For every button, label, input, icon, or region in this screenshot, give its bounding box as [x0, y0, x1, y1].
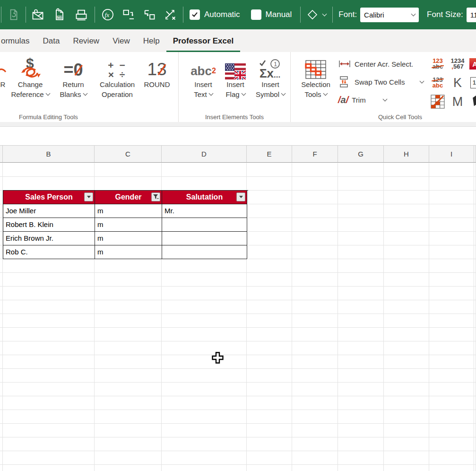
grid-cell[interactable]: [95, 451, 162, 465]
round-button[interactable]: 13 ROUND: [141, 52, 173, 99]
grid-cell[interactable]: [3, 163, 95, 177]
grid-cell[interactable]: [292, 396, 338, 410]
millions-m-icon[interactable]: M: [449, 93, 467, 111]
automatic-checkbox-group[interactable]: Automatic: [190, 9, 240, 20]
grid-cell[interactable]: [474, 218, 476, 232]
grid-cell[interactable]: [429, 232, 474, 245]
grid-cell[interactable]: [338, 218, 384, 232]
grid-cell[interactable]: [474, 424, 476, 437]
grid-cell[interactable]: [292, 300, 338, 314]
grid-cell[interactable]: [429, 369, 474, 383]
grid-cell[interactable]: [95, 383, 162, 396]
grid-cell[interactable]: [338, 424, 384, 437]
grid-cell[interactable]: [292, 328, 338, 341]
tab-help[interactable]: Help: [137, 36, 166, 52]
table-cell[interactable]: [162, 218, 247, 232]
grid-cell[interactable]: [95, 341, 162, 355]
grid-cell[interactable]: [292, 259, 338, 273]
grid-cell[interactable]: [162, 355, 247, 369]
grid-cell[interactable]: [474, 245, 476, 259]
column-header-E[interactable]: E: [247, 146, 292, 162]
grid-cell[interactable]: [247, 451, 292, 465]
column-header-D[interactable]: D: [162, 146, 247, 162]
grid-cell[interactable]: [338, 410, 384, 424]
grid-cell[interactable]: [247, 396, 292, 410]
formula-fx-icon[interactable]: fx: [101, 8, 115, 22]
table-cell[interactable]: Erich Brown Jr.: [3, 232, 95, 245]
grid-cell[interactable]: [162, 163, 247, 177]
grid-cell[interactable]: [162, 451, 247, 465]
center-across-selection-button[interactable]: Center Acr. Select.: [338, 55, 424, 73]
tab-review[interactable]: Review: [66, 36, 106, 52]
grid-cell[interactable]: [474, 410, 476, 424]
grid-cell[interactable]: [429, 410, 474, 424]
grid-cell[interactable]: [338, 465, 384, 471]
grid-cell[interactable]: [384, 410, 429, 424]
grid-cell[interactable]: [338, 314, 384, 328]
grid-cell[interactable]: [162, 410, 247, 424]
grid-cell[interactable]: [474, 204, 476, 218]
grid-cell[interactable]: [429, 437, 474, 451]
grid-cell[interactable]: [429, 259, 474, 273]
grid-cell[interactable]: [292, 465, 338, 471]
grid-cell[interactable]: [338, 177, 384, 191]
grid-cell[interactable]: [162, 369, 247, 383]
grid-cell[interactable]: [474, 451, 476, 465]
grid-cell[interactable]: [429, 204, 474, 218]
grid-cell[interactable]: [162, 300, 247, 314]
grid-cell[interactable]: [95, 259, 162, 273]
grid-cell[interactable]: [338, 245, 384, 259]
grid-cell[interactable]: [474, 191, 476, 204]
grid-cell[interactable]: [429, 396, 474, 410]
grid-cell[interactable]: [162, 177, 247, 191]
grid-cell[interactable]: [162, 383, 247, 396]
grid-cell[interactable]: [292, 451, 338, 465]
manual-checkbox-group[interactable]: Manual: [251, 9, 292, 20]
grid-cell[interactable]: [3, 341, 95, 355]
grid-cell[interactable]: [95, 465, 162, 471]
grid-cell[interactable]: [429, 341, 474, 355]
grid-cell[interactable]: [429, 314, 474, 328]
grid-cell[interactable]: [247, 437, 292, 451]
header-sales-person[interactable]: Sales Person: [3, 191, 95, 204]
tab-formulas[interactable]: ormulas: [0, 36, 36, 52]
font-select[interactable]: Calibri: [360, 8, 419, 22]
grid-cell[interactable]: [95, 410, 162, 424]
table-cell[interactable]: Rob C.: [3, 245, 95, 259]
grid-cell[interactable]: [429, 245, 474, 259]
filter-active-button[interactable]: [151, 192, 160, 201]
grid-cell[interactable]: [338, 204, 384, 218]
tab-view[interactable]: View: [106, 36, 137, 52]
tab-data[interactable]: Data: [36, 36, 66, 52]
grid-cell[interactable]: [95, 273, 162, 287]
grid-cell[interactable]: [338, 259, 384, 273]
grid-cell[interactable]: [474, 300, 476, 314]
grid-cell[interactable]: [247, 300, 292, 314]
grid-cell[interactable]: [474, 163, 476, 177]
grid-cell[interactable]: [292, 355, 338, 369]
grid-cell[interactable]: [247, 410, 292, 424]
grid-cell[interactable]: [95, 424, 162, 437]
grid-cell[interactable]: [162, 314, 247, 328]
filter-dropdown-button[interactable]: [236, 192, 245, 201]
grid-cell[interactable]: [247, 273, 292, 287]
grid-cell[interactable]: [384, 424, 429, 437]
grid-cell[interactable]: [384, 369, 429, 383]
grid-cell[interactable]: [247, 245, 292, 259]
grid-cell[interactable]: [474, 396, 476, 410]
grid-cell[interactable]: [384, 259, 429, 273]
column-header-F[interactable]: F: [292, 146, 338, 162]
filter-dropdown-button[interactable]: [84, 192, 93, 201]
grid-cell[interactable]: [3, 437, 95, 451]
black-diamond-icon[interactable]: [468, 93, 476, 111]
column-header-C[interactable]: C: [95, 146, 162, 162]
grid-cell[interactable]: [338, 300, 384, 314]
grid-cell[interactable]: [247, 204, 292, 218]
pdf-attachment-icon[interactable]: PDF: [52, 8, 67, 22]
grid-cell[interactable]: [338, 287, 384, 300]
grid-cell[interactable]: [474, 259, 476, 273]
grid-cell[interactable]: [384, 245, 429, 259]
grid-cell[interactable]: [384, 383, 429, 396]
selection-tools-button[interactable]: Selection Tools: [295, 52, 336, 99]
grid-cell[interactable]: [292, 218, 338, 232]
